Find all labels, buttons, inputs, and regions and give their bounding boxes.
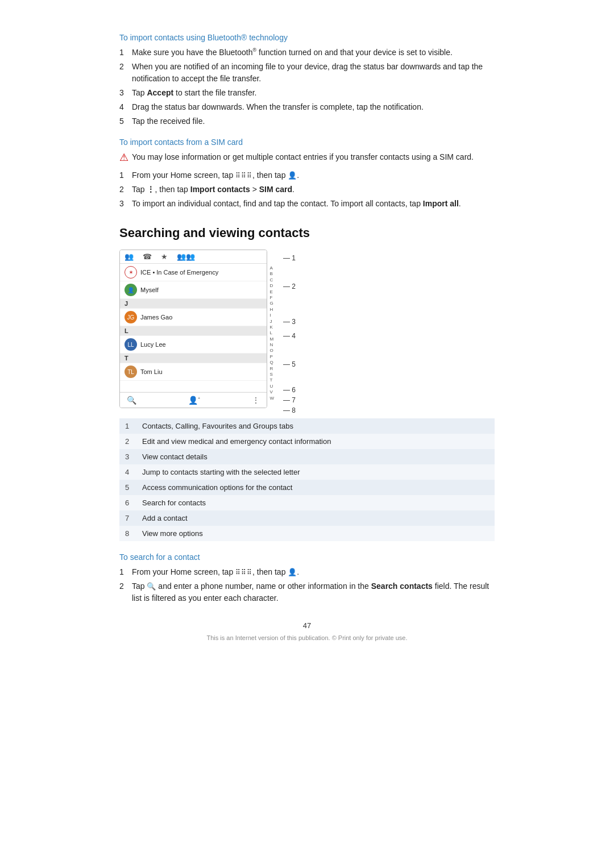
myself-contact-name: Myself bbox=[140, 286, 159, 293]
legend-num-2: 2 bbox=[119, 434, 136, 449]
search-step-1: 1 From your Home screen, tap ⠿⠿⠿, then t… bbox=[119, 566, 495, 578]
legend-num-1: 1 bbox=[119, 418, 136, 434]
bluetooth-heading: To import contacts using Bluetooth® tech… bbox=[119, 33, 495, 42]
ice-contact-row: ✶ ICE • In Case of Emergency bbox=[120, 264, 267, 281]
legend-row-3: 3 View contact details bbox=[119, 449, 495, 464]
sim-step-3: 3 To import an individual contact, find … bbox=[119, 198, 495, 210]
phone-screen-mockup: 👥 ☎ ★ 👥👥 ✶ ICE • In Case of Emergency 👤 … bbox=[119, 250, 267, 408]
legend-row-2: 2 Edit and view medical and emergency co… bbox=[119, 434, 495, 449]
search-heading: To search for a contact bbox=[119, 553, 495, 562]
legend-desc-1: Contacts, Calling, Favourites and Groups… bbox=[136, 418, 495, 434]
james-contact-row: JG James Gao bbox=[120, 309, 267, 326]
more-options-bottom-icon: ⋮ bbox=[252, 396, 260, 405]
sim-steps-list: 1 From your Home screen, tap ⠿⠿⠿, then t… bbox=[119, 169, 495, 210]
myself-avatar: 👤 bbox=[125, 284, 137, 296]
legend-row-1: 1 Contacts, Calling, Favourites and Grou… bbox=[119, 418, 495, 434]
sim-heading: To import contacts from a SIM card bbox=[119, 138, 495, 147]
add-contact-bottom-icon: 👤+ bbox=[188, 396, 200, 405]
sim-warning-box: ⚠ You may lose information or get multip… bbox=[119, 151, 495, 164]
ice-contact-name: ICE • In Case of Emergency bbox=[140, 269, 218, 276]
tom-contact-name: Tom Liu bbox=[140, 368, 163, 375]
phone-tab-bar: 👥 ☎ ★ 👥👥 bbox=[120, 250, 267, 264]
legend-desc-2: Edit and view medical and emergency cont… bbox=[136, 434, 495, 449]
ice-avatar: ✶ bbox=[125, 266, 137, 279]
callout-8: — 8 bbox=[283, 406, 296, 414]
phone-bottom-bar: 🔍 👤+ ⋮ bbox=[120, 392, 267, 408]
contacts-tab-icon: 👥 bbox=[125, 252, 134, 261]
legend-row-4: 4 Jump to contacts starting with the sel… bbox=[119, 464, 495, 480]
alphabet-sidebar: ABC DEF GHI JKL MNO PQR STU VW bbox=[269, 265, 274, 401]
james-contact-name: James Gao bbox=[140, 314, 172, 321]
legend-table: 1 Contacts, Calling, Favourites and Grou… bbox=[119, 418, 495, 541]
legend-num-5: 5 bbox=[119, 480, 136, 495]
bluetooth-step-3: 3 Tap Accept to start the file transfer. bbox=[119, 87, 495, 99]
searching-section-heading: Searching and viewing contacts bbox=[119, 226, 495, 240]
bluetooth-steps-list: 1 Make sure you have the Bluetooth® func… bbox=[119, 47, 495, 127]
legend-desc-6: Search for contacts bbox=[136, 495, 495, 510]
favourites-tab-icon: ★ bbox=[161, 252, 168, 261]
search-bottom-icon: 🔍 bbox=[127, 396, 136, 405]
legend-num-6: 6 bbox=[119, 495, 136, 510]
callout-4: — 4 bbox=[283, 332, 296, 340]
legend-desc-7: Add a contact bbox=[136, 510, 495, 526]
legend-row-6: 6 Search for contacts bbox=[119, 495, 495, 510]
james-avatar: JG bbox=[125, 311, 137, 323]
legend-desc-3: View contact details bbox=[136, 449, 495, 464]
sim-warning-text: You may lose information or get multiple… bbox=[132, 151, 474, 163]
legend-desc-4: Jump to contacts starting with the selec… bbox=[136, 464, 495, 480]
legend-num-3: 3 bbox=[119, 449, 136, 464]
l-section-label: L bbox=[120, 326, 267, 336]
empty-row bbox=[120, 381, 267, 392]
bluetooth-step-1: 1 Make sure you have the Bluetooth® func… bbox=[119, 47, 495, 59]
search-steps-list: 1 From your Home screen, tap ⠿⠿⠿, then t… bbox=[119, 566, 495, 604]
lucy-avatar: LL bbox=[125, 338, 137, 351]
bluetooth-step-2: 2 When you are notified of an incoming f… bbox=[119, 61, 495, 85]
diagram-area: 👥 ☎ ★ 👥👥 ✶ ICE • In Case of Emergency 👤 … bbox=[119, 250, 495, 408]
tom-avatar: TL bbox=[125, 366, 137, 378]
legend-row-7: 7 Add a contact bbox=[119, 510, 495, 526]
tom-contact-row: TL Tom Liu bbox=[120, 363, 267, 381]
bluetooth-step-4: 4 Drag the status bar downwards. When th… bbox=[119, 101, 495, 113]
warning-icon: ⚠ bbox=[119, 151, 128, 164]
callout-5: — 5 bbox=[283, 360, 296, 368]
legend-row-5: 5 Access communication options for the c… bbox=[119, 480, 495, 495]
legend-num-4: 4 bbox=[119, 464, 136, 480]
search-step-2: 2 Tap 🔍 and enter a phone number, name o… bbox=[119, 580, 495, 604]
footer-text: This is an Internet version of this publ… bbox=[119, 634, 495, 641]
callout-1: — 1 bbox=[283, 254, 296, 262]
j-section-label: J bbox=[120, 299, 267, 309]
groups-tab-icon: 👥👥 bbox=[177, 252, 195, 261]
callout-2: — 2 bbox=[283, 283, 296, 290]
myself-contact-row: 👤 Myself bbox=[120, 281, 267, 299]
phone-diagram: 👥 ☎ ★ 👥👥 ✶ ICE • In Case of Emergency 👤 … bbox=[119, 250, 301, 408]
callout-3: — 3 bbox=[283, 318, 296, 326]
callout-7: — 7 bbox=[283, 396, 296, 404]
legend-desc-8: View more options bbox=[136, 526, 495, 541]
t-section-label: T bbox=[120, 354, 267, 363]
legend-num-7: 7 bbox=[119, 510, 136, 526]
legend-row-8: 8 View more options bbox=[119, 526, 495, 541]
lucy-contact-name: Lucy Lee bbox=[140, 341, 166, 348]
calling-tab-icon: ☎ bbox=[143, 252, 152, 261]
sim-step-1: 1 From your Home screen, tap ⠿⠿⠿, then t… bbox=[119, 169, 495, 181]
lucy-contact-row: LL Lucy Lee bbox=[120, 336, 267, 354]
callout-6: — 6 bbox=[283, 386, 296, 394]
legend-desc-5: Access communication options for the con… bbox=[136, 480, 495, 495]
bluetooth-step-5: 5 Tap the received file. bbox=[119, 115, 495, 127]
page-number: 47 bbox=[119, 621, 495, 630]
sim-step-2: 2 Tap ⋮, then tap Import contacts > SIM … bbox=[119, 184, 495, 196]
legend-num-8: 8 bbox=[119, 526, 136, 541]
